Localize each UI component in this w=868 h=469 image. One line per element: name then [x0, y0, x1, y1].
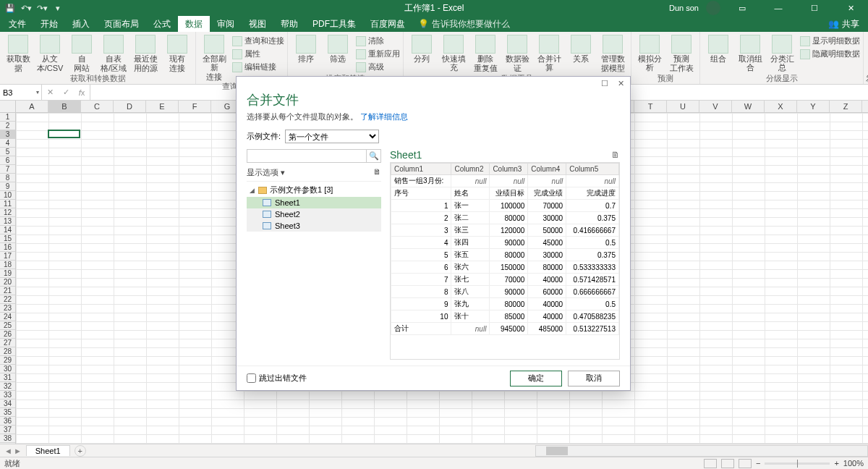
row-header[interactable]: 28 [0, 347, 15, 356]
row-header[interactable]: 2 [0, 122, 15, 130]
row-header[interactable]: 25 [0, 321, 15, 330]
tab-PDF工具集[interactable]: PDF工具集 [305, 16, 363, 32]
ribbon-button[interactable]: 从文本/CSV [35, 33, 65, 72]
ribbon-button[interactable]: 组合 [703, 33, 733, 63]
tab-视图[interactable]: 视图 [242, 16, 273, 32]
column-header[interactable]: D [114, 101, 146, 112]
column-header[interactable]: U [667, 101, 699, 112]
tree-leaf[interactable]: Sheet3 [247, 220, 381, 232]
name-box[interactable]: B3 [0, 85, 42, 100]
row-header[interactable]: 7 [0, 165, 15, 174]
qat-customize-icon[interactable]: ▾ [52, 2, 64, 14]
tab-公式[interactable]: 公式 [146, 16, 178, 32]
redo-icon[interactable]: ↷▾ [36, 2, 48, 14]
refresh-nav-icon[interactable]: 🗎 [373, 167, 381, 176]
row-header[interactable]: 24 [0, 313, 15, 321]
dialog-close-icon[interactable]: ✕ [613, 79, 629, 88]
row-header[interactable]: 35 [0, 408, 15, 417]
tree-root-node[interactable]: ◢ 示例文件参数1 [3] [247, 183, 381, 197]
row-header[interactable]: 18 [0, 261, 15, 269]
row-header[interactable]: 12 [0, 208, 15, 217]
ribbon-button[interactable]: 排序 [291, 33, 321, 63]
tab-帮助[interactable]: 帮助 [273, 16, 305, 32]
ribbon-button[interactable]: 预测工作表 [666, 33, 697, 72]
select-all-corner[interactable] [0, 101, 16, 112]
user-name[interactable]: Dun son [669, 4, 699, 12]
zoom-out-icon[interactable]: − [756, 459, 760, 468]
share-button[interactable]: 👥共享 [820, 16, 868, 32]
row-header[interactable]: 11 [0, 200, 15, 208]
row-header[interactable]: 17 [0, 252, 15, 261]
tab-文件[interactable]: 文件 [1, 16, 33, 32]
ribbon-button[interactable]: 删除重复值 [470, 33, 501, 72]
tab-百度网盘[interactable]: 百度网盘 [363, 16, 412, 32]
row-header[interactable]: 14 [0, 226, 15, 234]
save-icon[interactable]: 💾 [4, 2, 16, 14]
zoom-slider[interactable] [765, 462, 830, 465]
row-header[interactable]: 5 [0, 148, 15, 156]
column-header[interactable]: Y [797, 101, 830, 112]
row-header[interactable]: 22 [0, 295, 15, 304]
skip-error-checkbox-input[interactable] [247, 373, 256, 383]
learn-more-link[interactable]: 了解详细信息 [360, 112, 408, 121]
ribbon-small-button[interactable]: 隐藏明细数据 [800, 48, 860, 60]
ribbon-button[interactable]: 现有连接 [162, 33, 192, 72]
tab-插入[interactable]: 插入 [65, 16, 97, 32]
tell-me-input[interactable]: 💡告诉我你想要做什么 [412, 16, 516, 32]
sheet-nav-next-icon[interactable]: ► [14, 447, 22, 455]
row-header[interactable]: 30 [0, 365, 15, 373]
new-sheet-icon[interactable]: + [75, 445, 86, 457]
fx-icon[interactable]: fx [74, 88, 90, 97]
row-header[interactable]: 4 [0, 139, 15, 148]
column-header[interactable]: V [699, 101, 732, 112]
row-header[interactable]: 32 [0, 382, 15, 391]
row-header[interactable]: 15 [0, 234, 15, 243]
undo-icon[interactable]: ↶▾ [20, 2, 32, 14]
navigator-search-input[interactable] [247, 150, 366, 162]
row-header[interactable]: 29 [0, 356, 15, 365]
preview-expand-icon[interactable]: 🗎 [611, 150, 620, 160]
display-options-label[interactable]: 显示选项 [247, 168, 278, 177]
ribbon-small-button[interactable]: 重新应用 [356, 48, 400, 60]
row-header[interactable]: 3 [0, 130, 15, 139]
sheet-tab[interactable]: Sheet1 [26, 445, 70, 456]
search-icon[interactable]: 🔍 [366, 150, 380, 162]
column-header[interactable]: T [634, 101, 667, 112]
column-header[interactable]: A [16, 101, 48, 112]
row-header[interactable]: 19 [0, 269, 15, 278]
row-header[interactable]: 31 [0, 373, 15, 382]
row-header[interactable]: 34 [0, 400, 15, 408]
zoom-level[interactable]: 100% [843, 459, 864, 468]
cancel-formula-icon[interactable]: ✕ [42, 88, 58, 97]
column-header[interactable]: Z [830, 101, 862, 112]
ribbon-button[interactable]: 合并计算 [534, 33, 564, 72]
ribbon-button[interactable]: 全部刷新连接 [199, 33, 229, 81]
ribbon-button[interactable]: 获取数据 [3, 33, 33, 72]
ribbon-small-button[interactable]: 高级 [356, 61, 400, 73]
column-header[interactable]: C [81, 101, 114, 112]
sample-file-select[interactable]: 第一个文件 [285, 130, 379, 143]
close-icon[interactable]: ✕ [836, 0, 865, 16]
ribbon-button[interactable]: 分类汇总 [767, 33, 797, 72]
row-header[interactable]: 10 [0, 191, 15, 200]
ribbon-small-button[interactable]: 显示明细数据 [800, 35, 860, 47]
row-header[interactable]: 21 [0, 287, 15, 295]
ribbon-button[interactable]: 筛选 [323, 33, 353, 63]
tree-leaf[interactable]: Sheet2 [247, 208, 381, 220]
tab-审阅[interactable]: 审阅 [210, 16, 242, 32]
row-header[interactable]: 6 [0, 156, 15, 165]
sheet-nav-prev-icon[interactable]: ◄ [4, 447, 12, 455]
ribbon-button[interactable]: 最近使用的源 [130, 33, 161, 72]
row-header[interactable]: 23 [0, 304, 15, 313]
ribbon-small-button[interactable]: 编辑链接 [232, 61, 284, 73]
zoom-in-icon[interactable]: + [834, 459, 838, 468]
normal-view-icon[interactable] [704, 459, 717, 468]
user-avatar-icon[interactable] [706, 1, 720, 15]
row-header[interactable]: 1 [0, 113, 15, 122]
ribbon-button[interactable]: 分列 [407, 33, 437, 63]
row-header[interactable]: 8 [0, 174, 15, 182]
ribbon-button[interactable]: 数据验证 [502, 33, 532, 72]
ribbon-button[interactable]: 自网站 [67, 33, 97, 72]
row-header[interactable]: 13 [0, 217, 15, 226]
column-header[interactable]: X [765, 101, 797, 112]
